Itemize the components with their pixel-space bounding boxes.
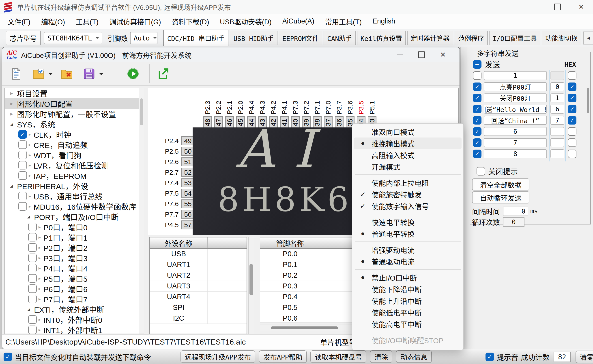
send-row-checkbox[interactable]: ✓ bbox=[473, 105, 481, 113]
tree-checkbox[interactable]: ✓ bbox=[18, 151, 27, 159]
open-project-dropdown-icon[interactable] bbox=[48, 73, 53, 77]
auto-load-checkbox[interactable]: ✓ bbox=[4, 353, 12, 361]
tree-item[interactable]: ✓ ▸ LVR，复位和低压检测 bbox=[5, 160, 144, 170]
tree-item[interactable]: ✓ ▸ P1口，端口1 bbox=[5, 232, 144, 242]
top-pin-column[interactable]: P4.2 42 bbox=[268, 92, 279, 129]
tree-expander-icon[interactable] bbox=[7, 100, 16, 107]
send-all-checkbox[interactable] bbox=[473, 60, 481, 69]
tree-item[interactable]: ✓ ▸ INT1，外部中断1 bbox=[5, 325, 144, 334]
bottom-bar-button[interactable]: 清除 bbox=[370, 350, 392, 363]
tree-expander-icon[interactable] bbox=[7, 122, 16, 127]
tree-item[interactable]: ✓ ▸ PERIPHERAL，外设 bbox=[5, 181, 144, 191]
toolbar-tab[interactable]: CDC/HID-串口助手 bbox=[163, 30, 229, 46]
send-text-field[interactable]: 关闭P00灯 bbox=[484, 93, 547, 102]
scrollbar-thumb[interactable] bbox=[249, 264, 253, 295]
menu-item[interactable]: 工具(T) bbox=[70, 16, 104, 26]
menu-item[interactable]: 编程(O) bbox=[36, 16, 71, 26]
context-menu-item[interactable]: 准双向口模式 bbox=[354, 126, 462, 137]
tree-item[interactable]: ✓ ▸ P4口，端口4 bbox=[5, 263, 144, 273]
beep-checkbox[interactable]: ✓ bbox=[485, 353, 494, 361]
success-count-field[interactable]: 82 bbox=[553, 352, 571, 362]
interval-input[interactable]: 0 bbox=[503, 207, 528, 216]
top-pin-column[interactable]: P7.0 37 bbox=[323, 92, 334, 129]
tree-checkbox[interactable]: ✓ bbox=[18, 130, 27, 139]
context-menu-item[interactable]: 使能数字输入信号 bbox=[354, 200, 462, 212]
save-project-dropdown-icon[interactable] bbox=[99, 73, 103, 77]
clear-all-data-button[interactable]: 清空全部数据 bbox=[472, 178, 529, 190]
tree-item[interactable]: ✓ ▸ 图形化I/O口配置 bbox=[5, 98, 144, 109]
bottom-bar-button[interactable]: 远程现场升级APP发布 bbox=[181, 350, 255, 363]
context-menu-item[interactable]: 开漏模式 bbox=[354, 161, 462, 172]
tree-item[interactable]: ✓ ▸ IAP，EEPROM bbox=[5, 170, 144, 181]
tree-checkbox[interactable]: ✓ bbox=[18, 192, 27, 200]
send-hex-field[interactable] bbox=[550, 71, 564, 80]
table-row[interactable]: UART4 bbox=[150, 292, 247, 302]
context-menu-item[interactable] bbox=[355, 269, 461, 270]
left-pin-row[interactable]: P4.5 57 bbox=[156, 220, 194, 230]
left-pin-row[interactable]: P2.5 50 bbox=[156, 146, 194, 156]
send-row-checkbox[interactable]: ✓ bbox=[473, 127, 481, 136]
send-text-field[interactable]: 6 bbox=[484, 127, 547, 136]
table-row[interactable]: USB bbox=[150, 249, 247, 259]
tab-scroll-left-button[interactable]: ◄ bbox=[583, 32, 593, 45]
hex-checkbox[interactable]: ✓ bbox=[568, 127, 576, 136]
tree-scrollbar-thumb[interactable] bbox=[140, 98, 143, 125]
toolbar-tab[interactable]: EEPROM文件 bbox=[279, 31, 323, 46]
table-row[interactable]: UART1 bbox=[150, 259, 247, 270]
send-row-checkbox[interactable]: ✓ bbox=[473, 138, 481, 147]
dialog-maximize-button[interactable] bbox=[411, 48, 432, 62]
tree-item[interactable]: ✓ ▸ P3口，端口3 bbox=[5, 253, 144, 263]
hex-checkbox[interactable]: ✓ bbox=[568, 116, 576, 124]
toolbar-tab[interactable]: CAN助手 bbox=[323, 31, 355, 46]
top-pin-column[interactable]: P2.2 47 bbox=[213, 92, 224, 129]
send-row-checkbox[interactable]: ✓ bbox=[473, 94, 481, 102]
tree-item[interactable]: ✓ ▸ 图形化时钟配置，一般不设置 bbox=[5, 109, 144, 119]
context-menu-item[interactable] bbox=[355, 174, 461, 175]
send-hex-field[interactable]: 1 bbox=[550, 93, 564, 102]
peripheral-table-scrollbar[interactable] bbox=[248, 237, 254, 334]
tree-expander-icon[interactable] bbox=[24, 307, 33, 312]
send-hex-field[interactable] bbox=[550, 127, 564, 136]
context-menu-item[interactable]: 使能下降沿中断 bbox=[354, 283, 462, 295]
left-pin-row[interactable]: P7.7 56 bbox=[156, 209, 194, 220]
tree-checkbox[interactable]: ✓ bbox=[28, 284, 37, 293]
tree-item[interactable]: ✓ ▸ WDT，看门狗 bbox=[5, 150, 144, 160]
tree-checkbox[interactable]: ✓ bbox=[28, 254, 37, 262]
table-row[interactable]: I2C bbox=[150, 313, 247, 324]
menu-item[interactable]: 资料下载(D) bbox=[166, 16, 215, 26]
tree-item[interactable]: ✓ ▸ INT0，外部中断0 bbox=[5, 314, 144, 325]
tree-item[interactable]: ✓ ▸ 项目设置 bbox=[5, 88, 144, 98]
toolbar-tab[interactable]: 定时器计算器 bbox=[407, 31, 453, 46]
tree-checkbox[interactable]: ✓ bbox=[28, 223, 37, 231]
tree-item[interactable]: ✓ ▸ P7口，端口7 bbox=[5, 294, 144, 304]
pin-number-box[interactable]: 45 bbox=[236, 116, 245, 129]
menu-item[interactable]: USB驱动安装(D) bbox=[215, 16, 277, 26]
bottom-bar-button[interactable]: 读取本机硬盘号 bbox=[310, 350, 366, 363]
pin-number-box[interactable]: 38 bbox=[313, 116, 322, 129]
hex-checkbox[interactable]: ✓ bbox=[568, 94, 576, 102]
pin-number-box[interactable]: 43 bbox=[258, 116, 267, 129]
toolbar-tab[interactable]: 功能脚切换 bbox=[542, 31, 581, 46]
table-row[interactable]: SPI bbox=[150, 302, 247, 313]
send-row-checkbox[interactable]: ✓ bbox=[473, 150, 481, 158]
context-menu-item[interactable] bbox=[355, 332, 461, 332]
loop-count-input[interactable]: 0 bbox=[503, 217, 525, 227]
hex-checkbox[interactable]: ✓ bbox=[568, 138, 576, 147]
tree-checkbox[interactable]: ✓ bbox=[28, 233, 37, 241]
tree-item[interactable]: ✓ ▸ CRE，自动追频 bbox=[5, 140, 144, 150]
open-project-icon[interactable] bbox=[32, 67, 45, 80]
context-menu-item[interactable]: 使能施密特触发 bbox=[354, 188, 462, 200]
send-text-field[interactable]: 1 bbox=[484, 71, 547, 80]
toolbar-tab[interactable]: 范例程序 bbox=[455, 31, 488, 46]
menu-item[interactable]: 常用工具(T) bbox=[320, 16, 367, 26]
tree-checkbox[interactable]: ✓ bbox=[18, 171, 27, 180]
tree-item[interactable]: ✓ ▸ P2口，端口2 bbox=[5, 242, 144, 253]
send-hex-field[interactable] bbox=[550, 149, 564, 158]
tree-checkbox[interactable]: ✓ bbox=[28, 325, 37, 334]
tree-item[interactable]: ✓ ▸ SYS，系统 bbox=[5, 119, 144, 129]
send-hex-field[interactable]: 7 bbox=[550, 116, 564, 125]
send-row-checkbox[interactable]: ✓ bbox=[473, 71, 481, 80]
tree-checkbox[interactable]: ✓ bbox=[28, 274, 37, 283]
context-menu-item[interactable]: 使能上升沿中断 bbox=[354, 295, 462, 306]
tree-checkbox[interactable]: ✓ bbox=[18, 202, 27, 211]
